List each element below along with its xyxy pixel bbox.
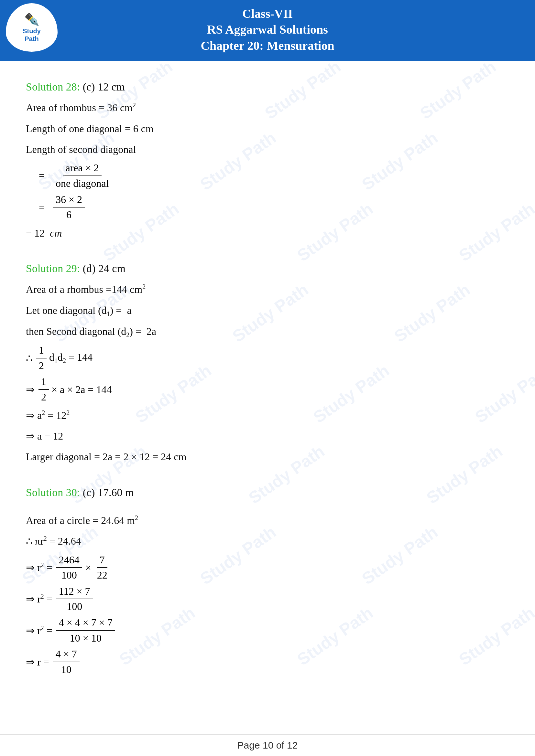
sol28-frac1: = area × 2 one diagonal (39, 161, 509, 190)
sol30-eq1: ∴ πr2 = 24.64 (26, 532, 509, 550)
sol29-line2: Let one diagonal (d1) = a (26, 302, 509, 319)
solution-30: Solution 30: (c) 17.60 m Area of a circl… (26, 486, 509, 677)
sol28-line1: Area of rhombus = 36 cm2 (26, 99, 509, 116)
sol30-eq4: ⇒ r2 = 4 × 4 × 7 × 7 10 × 10 (26, 616, 509, 645)
sol29-eq4: ⇒ a = 12 (26, 427, 509, 445)
solution-29-heading: Solution 29: (d) 24 cm (26, 262, 509, 275)
solution-30-heading: Solution 30: (c) 17.60 m (26, 486, 509, 499)
solution-28: Solution 28: (c) 12 cm Area of rhombus =… (26, 81, 509, 242)
sol28-result: = 12 cm (26, 224, 509, 242)
sol29-result: Larger diagonal = 2a = 2 × 12 = 24 cm (26, 448, 509, 466)
page-number: Page 10 of 12 (238, 740, 298, 750)
sol30-eq2: ⇒ r2 = 2464 100 × 7 22 (26, 554, 509, 582)
sol29-eq1: ∴ 1 2 d1d2 = 144 (26, 343, 509, 372)
sol29-line1: Area of a rhombus =144 cm2 (26, 281, 509, 298)
sol30-line1: Area of a circle = 24.64 m2 (26, 512, 509, 529)
logo-icon: ✒️ (24, 12, 40, 26)
sol28-line2: Length of one diagonal = 6 cm (26, 120, 509, 137)
solution-28-heading: Solution 28: (c) 12 cm (26, 81, 509, 93)
sol28-frac2: = 36 × 2 6 (39, 193, 509, 222)
logo-text: StudyPath (23, 27, 41, 43)
solution-29: Solution 29: (d) 24 cm Area of a rhombus… (26, 262, 509, 466)
page-footer: Page 10 of 12 (0, 734, 535, 756)
page-header: ✒️ StudyPath Class-VII RS Aggarwal Solut… (0, 0, 535, 61)
sol30-eq3: ⇒ r2 = 112 × 7 100 (26, 585, 509, 613)
main-content: Study Path Study Path Study Path Study P… (0, 61, 535, 688)
sol29-eq3: ⇒ a2 = 122 (26, 407, 509, 424)
sol28-line3: Length of second diagonal (26, 141, 509, 158)
sol30-eq5: ⇒ r = 4 × 7 10 (26, 647, 509, 676)
header-line1: Class-VII (3, 6, 532, 22)
header-line3: Chapter 20: Mensuration (3, 38, 532, 54)
sol29-eq2: ⇒ 1 2 × a × 2a = 144 (26, 375, 509, 404)
header-line2: RS Aggarwal Solutions (3, 22, 532, 38)
sol29-line3: then Second diagonal (d2) = 2a (26, 323, 509, 340)
